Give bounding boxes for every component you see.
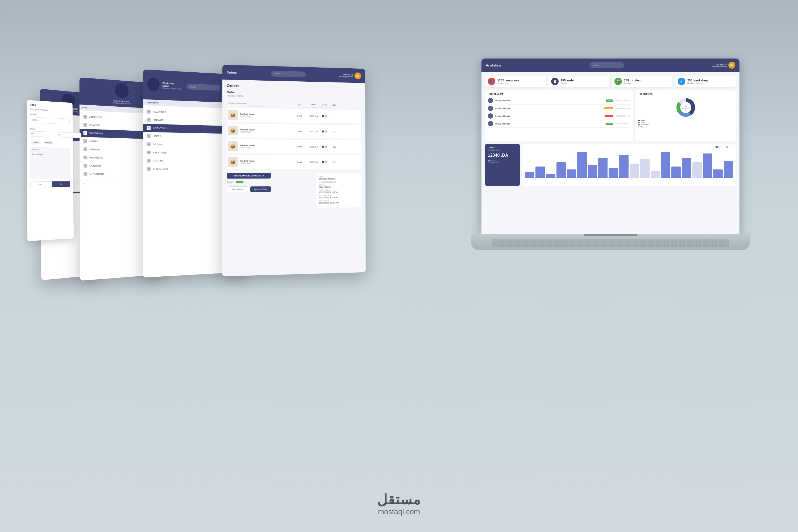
employees-value: 1252 .employee xyxy=(497,79,519,82)
status-badge-inactive: inactive xyxy=(605,115,613,117)
orders-label: Orders xyxy=(561,82,575,84)
relations-value: 255 .workshop xyxy=(687,79,707,82)
search-bar-3[interactable]: Search xyxy=(187,83,220,91)
filter-price-label: Price xyxy=(30,128,70,131)
order-table-header: Product Information qty Price Color Size xyxy=(227,100,361,109)
stat-relations: 🔗 255 .workshop Relation Externe xyxy=(675,76,736,87)
orders-icon: 📋 xyxy=(551,78,558,85)
filter-buttons: Can So xyxy=(30,181,70,187)
analytics-body: 👥 1252 .employee Employees 📋 255 .order … xyxy=(481,72,740,234)
stat-orders: 📋 255 .order Orders xyxy=(549,76,609,87)
filter-apply-button[interactable]: So xyxy=(52,181,70,187)
order-row-3: 📦 Product Name Product Type 2 unit 12005… xyxy=(227,139,361,154)
filter-section: Product xyxy=(30,113,70,126)
product-img-2: 📦 xyxy=(228,126,238,135)
filter-panel: Filter Filter your products Product Pric… xyxy=(26,100,74,241)
analytics-header: Analytics Search Saed yousaf saed@gmail.… xyxy=(481,58,740,72)
product-tag-2[interactable]: Product xyxy=(43,141,54,144)
status-badge-active-2: active xyxy=(606,122,613,125)
product-img-1: 📦 xyxy=(228,110,238,120)
analytics-page-title: Analytics xyxy=(486,63,501,67)
color-dot-yellow xyxy=(325,115,327,117)
product-tag-1[interactable]: Product xyxy=(31,141,41,144)
approve-data-button[interactable]: Approve Data xyxy=(250,186,271,192)
orders-user-email: saed@gmail.com xyxy=(339,75,353,77)
status-badge-pending: pending xyxy=(604,107,613,109)
price-min-input[interactable] xyxy=(30,131,55,137)
orders-value: 255 .order xyxy=(561,79,575,82)
cancel-order-button[interactable]: Cancel Order xyxy=(227,187,248,192)
filter-tags-section: Product Product xyxy=(30,139,70,145)
order-row-4: 📦 Product Name Product Type 2 unit 12005… xyxy=(227,155,361,169)
employees-label: Employees xyxy=(497,82,519,84)
stat-products: 📦 255 .product Products xyxy=(612,76,672,87)
laptop-base xyxy=(471,234,750,250)
product-img-3: 📦 xyxy=(228,141,238,151)
screens-container: Workshop Name Workshop@gmail.com FI ANAL… xyxy=(26,58,772,484)
laptop-keyboard xyxy=(492,240,729,247)
orders-panel-title: Orders xyxy=(488,146,517,149)
orders-panel-value: 12340 .DA xyxy=(488,153,517,158)
analytics-search[interactable]: Search xyxy=(589,62,624,68)
products-icon: 📦 xyxy=(614,78,622,85)
laptop-notch xyxy=(584,234,637,236)
recent-users-panel: Recent Users Benlagha Mostafa active 10/… xyxy=(485,91,633,141)
stat-employees: 👥 1252 .employee Employees xyxy=(485,76,546,87)
donut-chart: 296Regions xyxy=(675,97,697,118)
total-price-bar: TOTAL PRICE 1204232 DA xyxy=(227,173,271,179)
user-avatar-row-1 xyxy=(488,98,493,103)
orders-analytics-panel: Orders Workshop Name 12340 .DA Material … xyxy=(485,144,520,186)
orders-content: Orders Order Factory # #932 Product Info… xyxy=(222,79,366,277)
analytics-user-avatar: SY xyxy=(728,62,735,69)
order-ordered-time: 10/10/2020 9:10 PM xyxy=(319,191,359,194)
order-user-name: Benlagha Mostafa xyxy=(319,178,359,180)
user-detail-section: TOTAL PRICE 1204232 DA Quality Cancel Or… xyxy=(227,171,271,192)
user-row-1: Benlagha Mostafa active 10/10/2020 9:10 … xyxy=(488,97,630,104)
legend-items: Alger Oran Constantine xyxy=(638,120,733,128)
chart-bars xyxy=(525,149,733,178)
action-buttons: Cancel Order Approve Data xyxy=(227,186,271,192)
filter-cancel-button[interactable]: Can xyxy=(30,182,50,187)
stats-row: 👥 1252 .employee Employees 📋 255 .order … xyxy=(485,76,736,87)
color-dot-blue xyxy=(322,115,324,117)
order-user-email: fm_benlagha@esi.dz xyxy=(319,181,359,183)
bottom-row: Orders Workshop Name 12340 .DA Material … xyxy=(485,144,736,186)
order-user-section: User Benlagha Mostafa fm_benlagha@esi.dz… xyxy=(316,173,361,208)
watermark-arabic: مستقل xyxy=(377,492,421,508)
quality-section: Quality xyxy=(227,180,271,183)
filter-price-section: Price xyxy=(30,128,70,137)
status-badge-active-1: active xyxy=(606,99,613,101)
orders-page-title: Orders xyxy=(227,71,237,74)
top-regions-title: Top Regions xyxy=(638,93,733,95)
user-row-2: Benlagha Mostafa pending 10/10/2020 9:10… xyxy=(488,104,630,112)
price-max-input[interactable] xyxy=(57,132,81,138)
relations-label: Relation Externe xyxy=(687,82,707,84)
user-row-3: Benlagha Mostafa inactive 10/10/2020 9:1… xyxy=(488,112,630,120)
filter-title: Filter xyxy=(30,103,70,109)
analytics-user-email: saed@gmail.com xyxy=(712,65,727,67)
top-regions-panel: Top Regions 296Regions xyxy=(635,91,736,141)
orders-search[interactable]: Search xyxy=(271,71,306,77)
watermark: مستقل mostaql.com xyxy=(377,492,421,516)
order-address: Alger ,Algeria xyxy=(319,186,359,188)
analytics-user-name: Saed yousaf xyxy=(712,63,727,65)
order-approved-time: 10/10/2020 9:10 PM xyxy=(319,196,359,199)
chart-legend: Orders Users xyxy=(525,146,733,148)
orders-material-label: Material xyxy=(488,159,517,161)
products-value: 255 .product xyxy=(624,79,641,82)
products-label: Products xyxy=(624,82,641,84)
avatar-2 xyxy=(115,83,129,98)
relations-icon: 🔗 xyxy=(678,78,685,85)
filter-product-input[interactable] xyxy=(30,117,70,124)
order-arrived-time: 10/10/2020 10:30 PM xyxy=(319,201,359,204)
orders-material-value: Workshop Name xyxy=(488,161,517,163)
avatar-3 xyxy=(147,77,160,91)
orders-user-avatar: SY xyxy=(355,72,361,79)
order-row-2: 📦 Product Name Product Type 2 unit 12005… xyxy=(227,124,361,138)
filter-product-list: Product Product Type xyxy=(30,147,70,179)
recent-users-title: Recent Users xyxy=(488,93,630,95)
laptop-screen: Analytics Search Saed yousaf saed@gmail.… xyxy=(481,58,740,234)
employees-icon: 👥 xyxy=(488,78,495,85)
middle-row: Recent Users Benlagha Mostafa active 10/… xyxy=(485,91,736,141)
laptop-wrapper: Analytics Search Saed yousaf saed@gmail.… xyxy=(471,58,750,298)
